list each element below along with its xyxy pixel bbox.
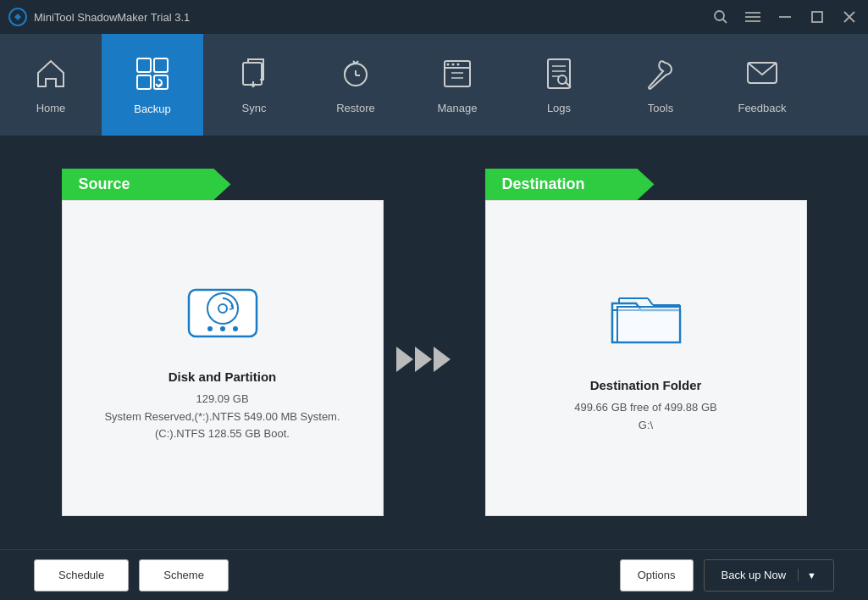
arrow-area [384, 338, 485, 381]
destination-header-label: Destination [502, 175, 585, 193]
destination-card-body[interactable]: Destination Folder 499.66 GB free of 499… [485, 200, 807, 516]
nav-item-restore[interactable]: Restore [305, 34, 406, 136]
app-logo-icon [8, 8, 27, 26]
nav-item-home[interactable]: Home [0, 34, 102, 136]
direction-arrows-icon [396, 338, 473, 381]
svg-point-30 [558, 75, 567, 84]
maximize-icon [811, 11, 823, 23]
svg-point-35 [207, 326, 213, 331]
nav-label-sync: Sync [242, 102, 267, 114]
scheme-button[interactable]: Scheme [139, 559, 229, 592]
svg-line-2 [723, 19, 727, 24]
maximize-button[interactable] [807, 7, 827, 27]
schedule-button[interactable]: Schedule [34, 559, 129, 592]
options-button[interactable]: Options [620, 559, 694, 592]
app-title: MiniTool ShadowMaker Trial 3.1 [34, 11, 190, 24]
destination-free: 499.66 GB free of 499.88 GB [574, 399, 716, 417]
svg-marker-38 [396, 347, 413, 372]
source-title: Disk and Partition [169, 369, 277, 384]
search-icon [713, 9, 728, 25]
close-icon [843, 11, 855, 23]
sync-icon [236, 56, 272, 97]
title-bar-controls [710, 7, 860, 27]
destination-title: Destination Folder [590, 378, 702, 392]
source-header-label: Source [79, 175, 130, 193]
bottom-right: Options Back up Now ▼ [620, 559, 834, 592]
svg-marker-39 [415, 347, 432, 372]
bottom-left: Schedule Scheme [34, 559, 229, 592]
source-card-body[interactable]: Disk and Partition 129.09 GB System Rese… [62, 200, 384, 516]
svg-marker-40 [434, 347, 451, 372]
search-button[interactable] [710, 7, 731, 27]
disk-icon [180, 273, 265, 353]
backup-now-button[interactable]: Back up Now ▼ [704, 559, 834, 592]
svg-point-23 [452, 63, 455, 65]
menu-icon [745, 11, 760, 23]
source-card[interactable]: Source Disk and Part [62, 169, 384, 516]
svg-rect-12 [137, 75, 151, 89]
nav-item-manage[interactable]: Manage [406, 34, 508, 136]
nav-label-tools: Tools [648, 102, 673, 114]
source-header: Source [62, 169, 231, 200]
nav-item-backup[interactable]: Backup [102, 34, 203, 136]
nav-label-feedback: Feedback [738, 102, 786, 114]
svg-point-24 [457, 63, 460, 65]
backup-now-label: Back up Now [721, 569, 799, 581]
svg-rect-10 [137, 58, 151, 72]
nav-label-restore: Restore [336, 102, 375, 114]
destination-path: G:\ [639, 417, 653, 435]
nav-label-backup: Backup [134, 103, 170, 115]
nav-item-logs[interactable]: Logs [508, 34, 610, 136]
source-size: 129.09 GB [196, 391, 248, 408]
backup-icon [134, 55, 171, 97]
svg-rect-7 [812, 12, 822, 22]
nav-item-tools[interactable]: Tools [610, 34, 711, 136]
svg-point-36 [220, 326, 225, 331]
nav-item-sync[interactable]: Sync [203, 34, 305, 136]
bottom-bar: Schedule Scheme Options Back up Now ▼ [0, 549, 868, 600]
restore-icon [338, 56, 373, 97]
destination-card[interactable]: Destination Destination Folder 499.66 GB… [485, 169, 807, 516]
nav-label-logs: Logs [547, 102, 571, 114]
source-detail1: System Reserved,(*:).NTFS 549.00 MB Syst… [104, 408, 340, 426]
svg-point-37 [233, 326, 238, 331]
logs-icon [541, 56, 577, 97]
manage-icon [440, 56, 475, 97]
close-button[interactable] [839, 7, 860, 27]
folder-icon [604, 281, 688, 361]
backup-now-dropdown-icon[interactable]: ▼ [799, 570, 816, 581]
minimize-button[interactable] [775, 7, 795, 27]
title-bar-left: MiniTool ShadowMaker Trial 3.1 [8, 8, 190, 26]
nav-label-manage: Manage [438, 102, 478, 114]
menu-button[interactable] [743, 7, 763, 27]
svg-rect-11 [154, 58, 168, 72]
svg-point-1 [715, 11, 724, 20]
main-content: Source Disk and Part [0, 136, 868, 549]
title-bar: MiniTool ShadowMaker Trial 3.1 [0, 0, 868, 34]
source-detail2: (C:).NTFS 128.55 GB Boot. [155, 425, 290, 443]
nav-label-home: Home [36, 102, 66, 114]
nav-item-feedback[interactable]: Feedback [711, 34, 813, 136]
tools-icon [643, 56, 678, 97]
svg-point-22 [447, 63, 450, 65]
home-icon [33, 56, 69, 97]
nav-bar: Home Backup Sync [0, 34, 868, 136]
feedback-icon [744, 56, 780, 97]
minimize-icon [779, 16, 791, 18]
destination-header: Destination [485, 169, 655, 200]
